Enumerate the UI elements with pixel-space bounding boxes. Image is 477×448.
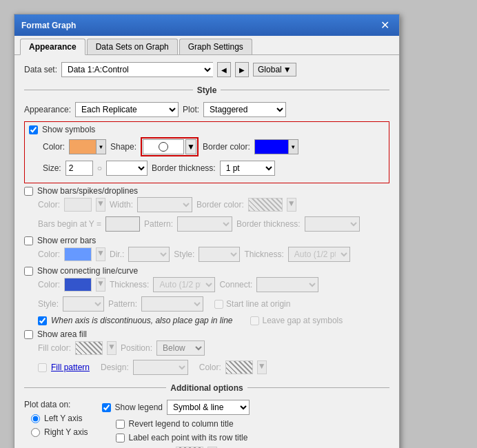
symbols-color-dropdown[interactable]: ▼	[97, 139, 106, 154]
af-fill-color-arrow: ▼	[107, 341, 116, 355]
af-fill-color-swatch	[75, 341, 103, 355]
bars-border-arrow: ▼	[287, 198, 296, 212]
appearance-label: Appearance:	[24, 105, 71, 114]
eb-dir-select	[128, 247, 170, 262]
legend-group: Show legend Symbol & line Revert legend …	[102, 400, 389, 448]
size-unit: ○	[97, 163, 102, 173]
style-divider-left	[24, 90, 193, 90]
label-each-label: Label each point with its row title	[129, 433, 248, 442]
tab-graph-settings[interactable]: Graph Settings	[179, 39, 252, 54]
bars-width-select	[137, 197, 192, 212]
discontinuous-label: When axis is discontinuous, also place g…	[51, 316, 232, 325]
plot-select[interactable]: Staggered	[203, 102, 286, 117]
show-area-fill-label: Show area fill	[37, 329, 87, 339]
style-divider-right	[221, 90, 389, 90]
discontinuous-checkbox[interactable]	[38, 316, 47, 325]
connecting-style-row: Style: Pattern: Start line at origin	[24, 296, 389, 312]
cl-style-select	[63, 296, 104, 312]
border-thickness-select[interactable]: 1 pt	[220, 161, 275, 176]
bars-color-label: Color:	[38, 200, 60, 210]
size-input[interactable]	[65, 161, 93, 176]
eb-color-label: Color:	[38, 250, 60, 259]
ao-divider-right	[247, 387, 389, 388]
dataset-combo: Data 1:A:Control	[61, 62, 213, 77]
af-pattern-checkbox	[38, 363, 47, 372]
size-label: Size:	[43, 163, 61, 173]
style-label: Style	[197, 85, 217, 95]
show-bars-checkbox[interactable]	[24, 187, 33, 196]
eb-dir-label: Dir.:	[110, 250, 124, 259]
show-area-fill-row: Show area fill	[24, 329, 389, 339]
close-button[interactable]: ✕	[378, 19, 392, 32]
shape-dropdown-arrow[interactable]: ▼	[185, 139, 196, 154]
cl-connect-label: Connect:	[219, 280, 252, 289]
title-bar: Format Graph ✕	[14, 14, 399, 36]
revert-legend-checkbox[interactable]	[116, 420, 125, 429]
bars-color-row: Color: ▼ Width: Border color: ▼	[24, 197, 389, 212]
show-bars-row: Show bars/spikes/droplines	[24, 186, 389, 196]
dialog-title: Format Graph	[21, 21, 76, 30]
legend-type-select[interactable]: Symbol & line	[167, 400, 250, 415]
eb-style-select	[199, 247, 240, 262]
plot-label: Plot:	[183, 105, 199, 114]
show-area-fill-checkbox[interactable]	[24, 330, 33, 339]
symbols-size-row: Size: ○ Border thickness: 1 pt	[29, 161, 385, 176]
start-line-checkbox	[214, 300, 223, 309]
revert-legend-label: Revert legend to column title	[129, 419, 234, 429]
connecting-detail-row: Color: ▼ Thickness: Auto (1/2 pt) Connec…	[24, 277, 389, 292]
start-line-group: Start line at origin	[214, 299, 290, 309]
tab-data-sets[interactable]: Data Sets on Graph	[87, 39, 178, 54]
show-symbols-checkbox[interactable]	[29, 125, 38, 134]
af-color-label: Color:	[199, 363, 221, 372]
show-symbols-row: Show symbols	[29, 125, 385, 134]
cl-color-label: Color:	[38, 280, 60, 289]
cl-pattern-select	[141, 296, 203, 312]
symbols-color-swatch[interactable]	[69, 139, 97, 154]
af-color-arrow: ▼	[257, 360, 267, 374]
show-error-bars-label: Show error bars	[37, 236, 96, 245]
next-dataset-btn[interactable]: ▶	[235, 62, 249, 77]
dataset-select[interactable]: Data 1:A:Control	[61, 62, 213, 77]
eb-style-label: Style:	[174, 250, 194, 259]
show-error-bars-checkbox[interactable]	[24, 236, 33, 245]
area-fill-pattern-row: Fill pattern Design: Color: ▼	[24, 360, 389, 375]
cl-thickness-label: Thickness:	[110, 280, 149, 289]
appearance-row: Appearance: Each Replicate Plot: Stagger…	[24, 102, 389, 117]
leave-gap-label: Leave gap at symbols	[262, 316, 343, 325]
left-y-row: Left Y axis	[24, 414, 88, 423]
size-select[interactable]	[106, 161, 148, 176]
bars-border-color-label: Border color:	[196, 200, 244, 210]
show-bars-label: Show bars/spikes/droplines	[37, 186, 138, 196]
bars-border-thickness-select	[305, 216, 360, 232]
plot-data-on-group: Plot data on: Left Y axis Right Y axis	[24, 400, 88, 441]
prev-dataset-btn[interactable]: ◀	[217, 62, 231, 77]
tab-appearance[interactable]: Appearance	[20, 39, 85, 55]
start-line-label: Start line at origin	[226, 299, 290, 309]
cl-pattern-label: Pattern:	[108, 299, 137, 309]
show-legend-checkbox[interactable]	[102, 403, 111, 412]
border-color-dropdown[interactable]: ▼	[289, 139, 298, 154]
border-color-swatch[interactable]	[254, 139, 289, 154]
shape-preview[interactable]	[143, 139, 184, 154]
global-label: Global	[258, 65, 282, 74]
border-color-label: Border color:	[203, 142, 250, 152]
label-each-checkbox[interactable]	[116, 434, 125, 442]
show-legend-label: Show legend	[115, 403, 163, 412]
bars-begin-input	[105, 216, 140, 232]
right-y-radio[interactable]	[31, 428, 40, 437]
cl-thickness-select: Auto (1/2 pt)	[153, 277, 215, 292]
global-btn[interactable]: Global ▼	[253, 63, 296, 77]
area-fill-detail-row: Fill color: ▼ Position: Below	[24, 340, 389, 356]
bars-pattern-label: Pattern:	[144, 219, 173, 229]
left-y-radio[interactable]	[31, 414, 40, 423]
appearance-select[interactable]: Each Replicate	[75, 102, 179, 117]
eb-thickness-select: Auto (1/2 pt)	[288, 247, 350, 262]
bars-begin-row: Bars begin at Y = Pattern: Border thickn…	[24, 216, 389, 232]
symbols-color-shape-row: Color: ▼ Shape: ▼ Border color: ▼	[29, 137, 385, 156]
discontinuous-row: When axis is discontinuous, also place g…	[24, 316, 389, 325]
show-legend-row: Show legend Symbol & line	[102, 400, 389, 415]
show-connecting-checkbox[interactable]	[24, 267, 33, 276]
af-design-select	[133, 360, 188, 375]
dataset-label: Data set:	[24, 65, 57, 74]
style-section-header: Style	[24, 81, 389, 98]
